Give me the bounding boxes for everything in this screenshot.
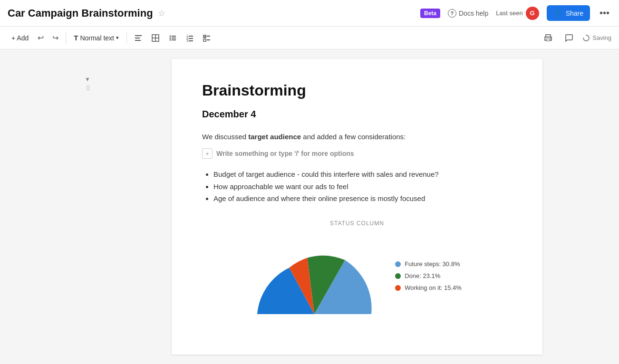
undo-icon: ↩ <box>38 33 44 42</box>
legend-item-done: Done: 23.1% <box>395 272 462 279</box>
svg-rect-11 <box>172 39 176 40</box>
placeholder-suffix: type '/' for more options <box>277 150 354 157</box>
list-item: Age of audience and where their online p… <box>213 192 512 205</box>
toolbar-divider2 <box>126 32 127 44</box>
saving-icon <box>582 34 590 42</box>
toolbar-left: + Add ↩ ↪ T Normal text ▾ <box>8 31 214 45</box>
text-icon: T <box>74 34 78 42</box>
svg-rect-20 <box>203 39 206 41</box>
paragraph-bold: target audience <box>248 133 301 141</box>
svg-rect-2 <box>135 40 141 41</box>
share-label: Share <box>566 10 583 17</box>
svg-rect-1 <box>135 38 140 38</box>
table-icon <box>151 34 160 42</box>
svg-rect-13 <box>189 36 193 37</box>
list-item: Budget of target audience - could this i… <box>213 168 512 181</box>
checklist-icon <box>203 34 211 42</box>
bullet-list-button[interactable] <box>165 31 180 45</box>
svg-rect-7 <box>172 36 176 37</box>
help-icon: ? <box>448 9 456 18</box>
svg-rect-9 <box>172 38 176 38</box>
share-icon: 👤 <box>553 9 563 18</box>
last-seen-indicator: Last seen G <box>496 7 539 20</box>
redo-icon: ↪ <box>52 33 58 42</box>
avatar: G <box>526 7 539 20</box>
legend-dot-future <box>395 261 401 267</box>
pie-chart <box>252 238 376 314</box>
placeholder-write: Write something <box>216 150 270 157</box>
chart-section: STATUS COLUMN <box>202 220 512 314</box>
saving-status: Saving <box>582 34 611 42</box>
redo-button[interactable]: ↪ <box>49 31 62 45</box>
placeholder-text: Write something or type '/' for more opt… <box>216 150 354 157</box>
top-bar-left: Car Campaign Brainstorming ☆ <box>8 7 165 19</box>
text-format-dropdown[interactable]: T Normal text ▾ <box>70 32 123 44</box>
numbered-list-icon: 1. 2. 3. <box>185 34 194 42</box>
svg-point-6 <box>169 35 171 37</box>
text-format-label: Normal text <box>80 34 114 42</box>
write-placeholder[interactable]: + Write something or type '/' for more o… <box>202 148 512 159</box>
legend-label-working: Working on it: 15.4% <box>405 284 462 291</box>
toolbar-right: Saving <box>541 31 611 45</box>
legend-dot-working <box>395 285 401 291</box>
paragraph-prefix: We discussed <box>202 133 248 141</box>
plus-icon[interactable]: + <box>202 148 213 159</box>
doc-title: Car Campaign Brainstorming <box>8 7 153 19</box>
svg-rect-24 <box>546 39 550 41</box>
numbered-list-button[interactable]: 1. 2. 3. <box>182 31 197 45</box>
saving-label: Saving <box>592 34 611 41</box>
checklist-button[interactable] <box>199 31 214 45</box>
print-button[interactable] <box>541 31 556 45</box>
comment-icon <box>565 34 573 42</box>
svg-point-10 <box>169 39 171 40</box>
svg-rect-19 <box>207 36 210 37</box>
more-options-button[interactable]: ••• <box>598 6 611 20</box>
svg-rect-15 <box>189 38 193 39</box>
legend-label-done: Done: 23.1% <box>405 272 440 279</box>
toolbar: + Add ↩ ↪ T Normal text ▾ <box>0 27 619 49</box>
comment-button[interactable] <box>561 31 577 45</box>
docs-help-label: Docs help <box>459 10 488 17</box>
top-bar: Car Campaign Brainstorming ☆ Beta ? Docs… <box>0 0 619 27</box>
doc-heading: Brainstorming <box>202 82 512 99</box>
undo-button[interactable]: ↩ <box>34 31 47 45</box>
legend-item-working: Working on it: 15.4% <box>395 284 462 291</box>
chart-container: Future steps: 30.8% Done: 23.1% Working … <box>252 238 462 314</box>
star-icon[interactable]: ☆ <box>158 8 165 19</box>
svg-point-25 <box>550 38 551 39</box>
list-item: How approachable we want our ads to feel <box>213 181 512 193</box>
align-icon <box>134 34 143 42</box>
docs-help-button[interactable]: ? Docs help <box>448 9 488 18</box>
toolbar-divider <box>66 32 66 44</box>
align-button[interactable] <box>131 31 146 45</box>
bullet-list-icon <box>168 34 177 42</box>
table-button[interactable] <box>148 31 163 45</box>
svg-rect-0 <box>135 35 142 36</box>
doc-paragraph: We discussed target audience and added a… <box>202 131 512 143</box>
chart-legend: Future steps: 30.8% Done: 23.1% Working … <box>395 260 462 291</box>
legend-label-future: Future steps: 30.8% <box>405 260 460 268</box>
svg-rect-21 <box>207 39 210 40</box>
last-seen-label: Last seen <box>496 10 522 17</box>
left-strip: ▼ ⠿ <box>0 49 95 364</box>
add-button[interactable]: + Add <box>8 32 32 44</box>
main-area: ▼ ⠿ Brainstorming December 4 We discusse… <box>0 49 619 364</box>
legend-dot-done <box>395 273 401 279</box>
svg-point-8 <box>169 37 171 38</box>
drag-handle-icon[interactable]: ⠿ <box>86 85 90 92</box>
svg-rect-17 <box>189 40 193 41</box>
print-icon <box>544 34 552 42</box>
share-button[interactable]: 👤 Share <box>547 5 590 21</box>
chevron-down-icon: ▾ <box>116 35 119 41</box>
paragraph-suffix: and added a few considerations: <box>301 133 406 141</box>
chart-label: STATUS COLUMN <box>330 220 384 227</box>
bullet-list: Budget of target audience - could this i… <box>202 168 512 205</box>
placeholder-or: or <box>270 150 277 157</box>
collapse-arrow-icon[interactable]: ▼ <box>85 76 90 83</box>
legend-item-future: Future steps: 30.8% <box>395 260 462 268</box>
doc-page: Brainstorming December 4 We discussed ta… <box>172 59 542 354</box>
top-bar-right: Beta ? Docs help Last seen G 👤 Share ••• <box>420 5 611 21</box>
doc-subheading: December 4 <box>202 109 512 120</box>
beta-badge: Beta <box>420 9 440 18</box>
